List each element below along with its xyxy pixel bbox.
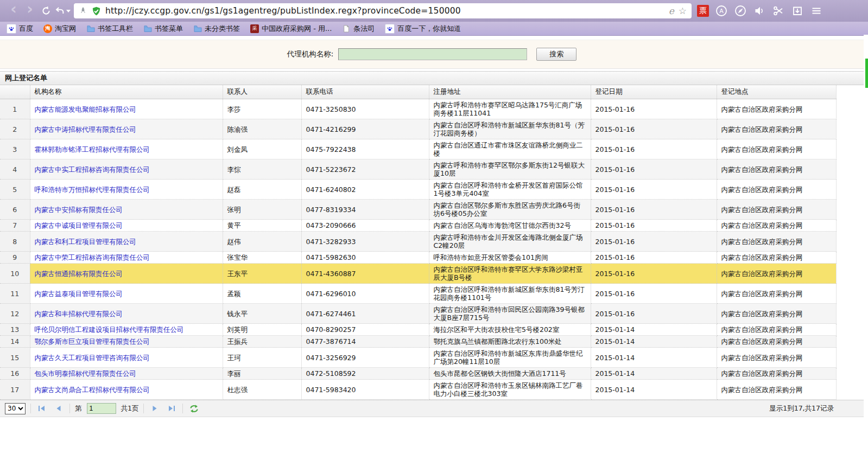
table-row: 9内蒙古中荣工程招标咨询有限责任公司张宝华0471-5982630呼和浩特市如意… [0, 252, 836, 264]
first-page-button[interactable] [36, 403, 48, 414]
ticket-extension-icon[interactable]: 票 [697, 5, 709, 17]
header-address: 注册地址 [429, 85, 591, 99]
phone-cell: 0470-8290257 [301, 324, 429, 336]
table-header: 机构名称 联系人 联系电话 注册地址 登记日期 登记地点 [0, 85, 836, 99]
back-button[interactable]: ‹ [5, 3, 22, 19]
address-cell: 内蒙古自治区呼和浩特市新城区新华东街81号（芳汀花园商务楼） [429, 119, 591, 139]
contact-cell: 黄平 [223, 220, 301, 232]
rocket-icon [79, 7, 87, 15]
header-org-name: 机构名称 [30, 85, 223, 99]
folder-icon [143, 24, 152, 33]
scrollbar-thumb[interactable] [865, 59, 868, 88]
download-icon[interactable] [791, 4, 804, 17]
reg-place-cell: 内蒙古自治区政府采购分网 [717, 368, 836, 380]
table-row: 7内蒙古中诚项目管理有限公司黄平0473-2090666内蒙古自治区乌海市海勃湾… [0, 220, 836, 232]
reg-place-cell: 内蒙古自治区政府采购分网 [717, 336, 836, 348]
next-page-button[interactable] [149, 403, 161, 414]
row-number-cell: 8 [0, 232, 30, 252]
row-number-cell: 6 [0, 200, 30, 220]
org-name-link[interactable]: 内蒙古中实工程招标咨询有限责任公司 [35, 165, 150, 174]
reg-place-cell: 内蒙古自治区政府采购分网 [717, 264, 836, 284]
org-name-link[interactable]: 内蒙古中诚项目管理有限公司 [35, 221, 123, 229]
contact-cell: 张宝华 [223, 252, 301, 264]
org-name-link[interactable]: 内蒙古恒通招标有限责任公司 [35, 270, 123, 278]
org-name-link[interactable]: 内蒙古能源发电聚能招标有限公司 [35, 105, 137, 113]
bottom-whitespace [0, 417, 864, 454]
org-name-link[interactable]: 内蒙古益泰项目管理有限公司 [35, 290, 123, 298]
reg-date-cell: 2015-01-16 [591, 99, 717, 119]
contact-cell: 赵磊 [223, 180, 301, 200]
circle-a-extension-icon[interactable]: A [715, 4, 728, 17]
last-page-icon [168, 405, 175, 412]
org-name-cell: 内蒙古和利工程项目管理有限公司 [30, 232, 223, 252]
bookmark-item-unsorted-folder[interactable]: 未分类书签 [193, 24, 240, 34]
phone-cell: 0477-8319334 [301, 200, 429, 220]
org-name-cell: 内蒙古久天工程项目管理咨询有限公司 [30, 348, 223, 368]
search-button[interactable]: 搜索 [536, 48, 576, 61]
prev-page-button[interactable] [53, 403, 65, 414]
table-row: 13呼伦贝尔明信工程建设项目招标代理有限责任公司刘英明0470-8290257海… [0, 324, 836, 336]
reg-date-cell: 2015-01-16 [591, 232, 717, 252]
address-cell: 内蒙古自治区鄂尔多斯市东胜区吉劳庆北路6号街坊6号楼05办公室 [429, 200, 591, 220]
speaker-icon[interactable] [753, 4, 766, 17]
last-page-button[interactable] [166, 403, 178, 414]
table-row: 12内蒙古和丰招标代理有限公司钱永平0471-6274461内蒙古自治区呼和浩特… [0, 304, 836, 324]
bookmark-item-baidu[interactable]: 百度 [7, 24, 33, 34]
reload-button[interactable] [38, 3, 54, 19]
separator [69, 404, 70, 413]
reg-place-cell: 内蒙古自治区政府采购分网 [717, 324, 836, 336]
scissors-icon[interactable] [772, 4, 785, 17]
bookmark-item-taobao[interactable]: 淘 淘宝网 [43, 24, 76, 34]
bookmark-label: 淘宝网 [55, 24, 76, 34]
org-name-cell: 内蒙古中安招标有限责任公司 [30, 200, 223, 220]
agency-name-input[interactable] [338, 48, 527, 60]
page-scrollbar[interactable] [864, 35, 868, 454]
forward-button[interactable]: › [22, 3, 38, 19]
row-number-cell: 13 [0, 324, 30, 336]
bookmark-item-tiaofasi[interactable]: 条法司 [342, 24, 375, 34]
org-name-cell: 内蒙古益泰项目管理有限公司 [30, 284, 223, 304]
org-name-link[interactable]: 呼和浩特市万恒招标代理有限责任公司 [35, 186, 150, 194]
bookmark-star-icon[interactable]: ☆ [679, 5, 687, 16]
bookmark-item-ccgp[interactable]: 采 中国政府采购网 - 用... [250, 24, 332, 34]
org-name-link[interactable]: 内蒙古文尚鼎合工程招标代理有限公司 [35, 386, 150, 394]
refresh-button[interactable] [188, 403, 200, 414]
url-bar[interactable]: http://jczy.ccgp.gov.cn/gs1/gs1agentreg/… [74, 3, 692, 18]
org-name-link[interactable]: 呼伦贝尔明信工程建设项目招标代理有限责任公司 [35, 325, 184, 334]
org-name-link[interactable]: 霍林郭勒市铭泽工程招标代理有限公司 [35, 145, 150, 154]
org-name-link[interactable]: 内蒙古久天工程项目管理咨询有限公司 [35, 354, 150, 362]
menu-icon[interactable] [810, 4, 823, 17]
address-cell: 内蒙古自治区呼和浩特市金桥开发区首府国际公馆1号楼3单元404室 [429, 180, 591, 200]
contact-cell: 李悰 [223, 159, 301, 180]
table-row: 15内蒙古久天工程项目管理咨询有限公司王珂0471-3256929内蒙古自治区呼… [0, 348, 836, 368]
org-name-link[interactable]: 鄂尔多斯市巨立项目管理有限责任公司 [35, 337, 150, 346]
bookmark-item-toolbar-folder[interactable]: 书签工具栏 [86, 24, 133, 34]
page-number-input[interactable] [87, 403, 116, 414]
ie-icon[interactable]: e [669, 5, 674, 16]
page-size-select[interactable]: 30 [5, 403, 26, 414]
org-name-link[interactable]: 内蒙古中安招标有限责任公司 [35, 206, 123, 214]
url-text[interactable]: http://jczy.ccgp.gov.cn/gs1/gs1agentreg/… [105, 6, 664, 16]
compass-icon[interactable] [734, 4, 747, 17]
row-number-cell: 2 [0, 119, 30, 139]
reg-date-cell: 2015-01-16 [591, 220, 717, 232]
phone-cell: 0471-3256929 [301, 348, 429, 368]
address-cell: 内蒙古自治区呼和浩特市赛罕区大学东路沙梁村亚辰大厦B号楼 [429, 264, 591, 284]
org-name-link[interactable]: 内蒙古和丰招标代理有限公司 [35, 310, 123, 318]
registration-table-body: 1内蒙古能源发电聚能招标有限公司李莎0471-3250830内蒙古呼和浩特市赛罕… [0, 99, 836, 400]
reg-date-cell: 2015-01-14 [591, 336, 717, 348]
row-number-cell: 4 [0, 159, 30, 180]
bookmark-item-menu-folder[interactable]: 书签菜单 [143, 24, 183, 34]
phone-cell: 0471-4360887 [301, 264, 429, 284]
org-name-link[interactable]: 内蒙古和利工程项目管理有限公司 [35, 238, 137, 246]
org-name-link[interactable]: 内蒙古中荣工程招标咨询有限责任公司 [35, 253, 150, 261]
org-name-cell: 呼和浩特市万恒招标代理有限责任公司 [30, 180, 223, 200]
folder-icon [86, 24, 95, 33]
bookmark-item-baidu-search[interactable]: 百度一下，你就知道 [385, 24, 461, 34]
undo-nav-button[interactable] [54, 3, 71, 19]
table-row: 6内蒙古中安招标有限责任公司张明0477-8319334内蒙古自治区鄂尔多斯市东… [0, 200, 836, 220]
org-name-link[interactable]: 包头市明泰招标代理有限责任公司 [35, 369, 137, 378]
reg-date-cell: 2015-01-16 [591, 119, 717, 139]
org-name-link[interactable]: 内蒙古中涛招标代理有限责任公司 [35, 125, 137, 133]
bookmark-label: 中国政府采购网 - 用... [262, 24, 332, 34]
